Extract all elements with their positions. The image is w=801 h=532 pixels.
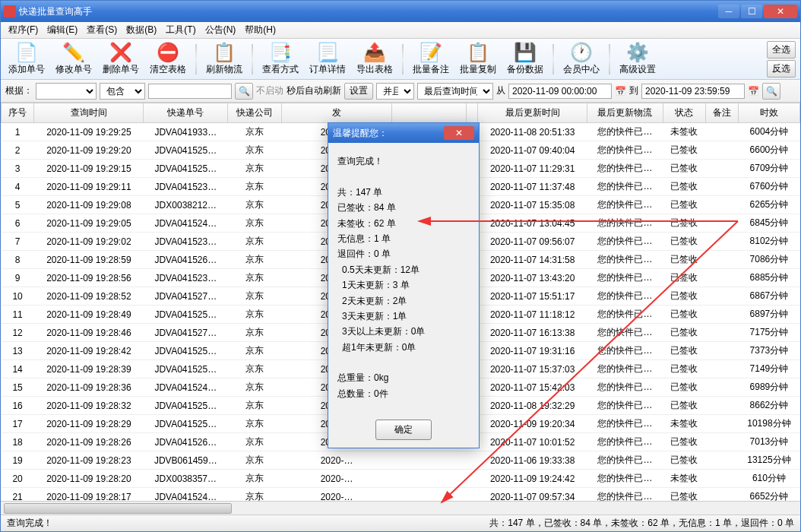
and-select[interactable]: 并且	[376, 83, 414, 100]
cell: JDVA041525…	[144, 160, 228, 178]
cell: 2020-11-09 19:28:49	[34, 306, 144, 324]
cell: 您的快件已…	[587, 214, 663, 233]
col-header[interactable]	[391, 103, 466, 123]
tool-会员中心[interactable]: 🕐会员中心	[560, 40, 603, 78]
tool-icon: 📃	[317, 42, 338, 63]
cell	[705, 306, 738, 324]
cell: 610分钟	[738, 470, 799, 488]
tool-导出表格[interactable]: 📤导出表格	[353, 40, 396, 78]
col-header[interactable]: 查询时间	[34, 103, 144, 123]
menu-工具(T)[interactable]: 工具(T)	[161, 22, 200, 38]
cell: 京东	[228, 397, 282, 415]
cell: 2020-11-09 19:28:56	[34, 269, 144, 287]
cell	[705, 397, 738, 415]
cell: 2020-11-07 15:42:03	[478, 378, 587, 397]
cell: 未签收	[663, 415, 705, 433]
invert-sel-button[interactable]: 反选	[767, 60, 796, 78]
table-row[interactable]: 192020-11-09 19:28:23JDVB061459…京东2020-……	[2, 451, 800, 470]
tool-label: 清空表格	[150, 63, 186, 76]
cell: 2	[2, 141, 34, 160]
tool-批量备注[interactable]: 📝批量备注	[410, 40, 452, 78]
cell: 6	[2, 214, 34, 233]
cell: 已签收	[663, 160, 705, 178]
cell: 2020-11-09 19:29:05	[34, 214, 144, 233]
cell: 您的快件已…	[587, 342, 663, 360]
calendar-icon[interactable]: 📅	[748, 86, 759, 97]
tool-icon: ⛔	[157, 42, 179, 63]
menu-程序(F)[interactable]: 程序(F)	[4, 22, 43, 38]
cell: JDVA041527…	[144, 287, 228, 306]
dialog-close-button[interactable]: ✕	[444, 126, 474, 140]
menu-查看(S)[interactable]: 查看(S)	[82, 22, 122, 38]
tool-批量复制[interactable]: 📋批量复制	[457, 40, 499, 78]
contain-select[interactable]: 包含	[100, 83, 145, 100]
cell: 9	[2, 269, 34, 287]
menu-帮助(H)[interactable]: 帮助(H)	[240, 22, 280, 38]
tool-label: 订单详情	[309, 63, 346, 76]
cell: 2020-11-07 15:51:17	[478, 287, 587, 306]
tool-高级设置[interactable]: ⚙️高级设置	[616, 40, 659, 78]
col-header[interactable]: 状态	[663, 103, 705, 123]
filter-input[interactable]	[148, 84, 232, 99]
app-icon	[4, 5, 16, 17]
menu-编辑(E)[interactable]: 编辑(E)	[43, 22, 82, 38]
menu-公告(N)[interactable]: 公告(N)	[201, 22, 241, 38]
dialog-returned: 退回件：0 单	[337, 246, 470, 261]
basis-select[interactable]	[36, 83, 97, 100]
tool-清空表格[interactable]: ⛔清空表格	[147, 40, 189, 78]
tool-添加单号[interactable]: 📄添加单号	[5, 40, 48, 78]
select-all-button[interactable]: 全选	[767, 41, 796, 59]
cell	[705, 360, 738, 378]
maximize-button[interactable]: ☐	[741, 5, 762, 18]
cell: 2020-11-09 19:28:39	[34, 360, 144, 378]
tool-查看方式[interactable]: 📑查看方式	[259, 40, 302, 78]
col-header[interactable]: 发	[282, 103, 391, 123]
table-row[interactable]: 212020-11-09 19:28:17JDVA041524…京东2020-……	[2, 488, 800, 502]
cell: 2020-11-07 10:01:52	[478, 433, 587, 451]
tool-备份数据[interactable]: 💾备份数据	[504, 40, 546, 78]
cell: 7373分钟	[738, 342, 799, 360]
date-from-input[interactable]	[508, 84, 612, 99]
cell: 已签收	[663, 287, 705, 306]
calendar-icon[interactable]: 📅	[615, 86, 626, 97]
col-header[interactable]: 时效	[738, 103, 799, 123]
tool-订单详情[interactable]: 📃订单详情	[306, 40, 349, 78]
search2-icon[interactable]: 🔍	[762, 83, 780, 100]
col-header[interactable]: 快递单号	[144, 103, 228, 123]
col-header[interactable]: 备注	[705, 103, 738, 123]
cell: 您的快件已…	[587, 378, 663, 397]
cell: 您的快件已…	[587, 178, 663, 196]
cell: JDVA041525…	[144, 306, 228, 324]
cell: 15	[2, 378, 34, 397]
cell: JDVA041523…	[144, 269, 228, 287]
cell: 京东	[228, 160, 282, 178]
close-button[interactable]: ✕	[764, 5, 797, 18]
cell: 7	[2, 233, 34, 251]
cell	[705, 488, 738, 502]
col-header[interactable]: 快递公司	[228, 103, 282, 123]
table-row[interactable]: 202020-11-09 19:28:20JDX0038357…京东2020-……	[2, 470, 800, 488]
menu-数据(B)[interactable]: 数据(B)	[122, 22, 161, 38]
settings-button[interactable]: 设置	[344, 83, 373, 100]
h-scrollbar[interactable]	[1, 501, 800, 515]
dialog-unsigned: 未签收：62 单	[337, 216, 470, 231]
minimize-button[interactable]: ─	[718, 5, 739, 18]
search-icon[interactable]: 🔍	[235, 83, 253, 100]
tool-刷新物流[interactable]: 📋刷新物流	[203, 40, 245, 78]
tool-修改单号[interactable]: ✏️修改单号	[52, 40, 95, 78]
cell: 您的快件已…	[587, 141, 663, 160]
tool-label: 高级设置	[619, 63, 656, 76]
cell: 6265分钟	[738, 196, 799, 214]
cell: JDVB061459…	[144, 451, 228, 470]
col-header[interactable]: 序号	[2, 103, 34, 123]
tool-删除单号[interactable]: ❌删除单号	[100, 40, 142, 78]
col-header[interactable]	[466, 103, 477, 123]
lastq-select[interactable]: 最后查询时间	[417, 83, 493, 100]
col-header[interactable]: 最后更新时间	[478, 103, 587, 123]
dialog-ok-button[interactable]: 确定	[375, 420, 432, 440]
tool-icon: 📄	[16, 42, 37, 63]
date-to-input[interactable]	[641, 84, 745, 99]
tool-icon: 📑	[270, 42, 291, 63]
col-header[interactable]: 最后更新物流	[587, 103, 663, 123]
cell: 2020-11-08 19:32:29	[478, 397, 587, 415]
